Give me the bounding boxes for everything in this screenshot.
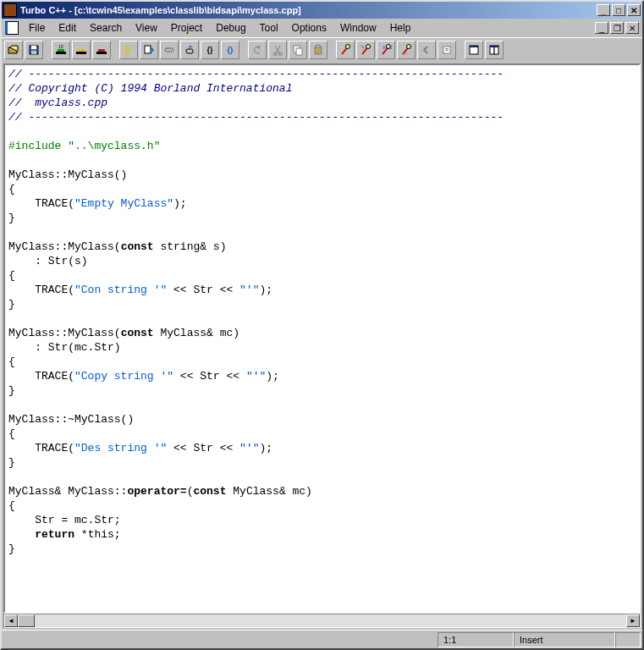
code-line: } (8, 543, 15, 555)
scroll-track[interactable] (35, 614, 626, 627)
code-editor[interactable]: // -------------------------------------… (3, 63, 641, 614)
code-line: MyClass& MyClass::operator=(const MyClas… (8, 485, 312, 498)
undo-icon[interactable] (248, 41, 267, 59)
titlebar[interactable]: Turbo C++ - [c:\tcwin45\examples\classli… (2, 2, 642, 19)
compile-icon[interactable]: 10 (52, 41, 70, 59)
build-icon[interactable] (92, 41, 111, 59)
replace-icon[interactable]: A→B (377, 41, 395, 59)
svg-rect-3 (31, 51, 36, 54)
svg-point-26 (407, 45, 411, 49)
code-line: { (8, 427, 15, 440)
minimize-button[interactable]: _ (597, 4, 610, 16)
menu-tool[interactable]: Tool (253, 20, 285, 36)
save-file-icon[interactable] (25, 41, 43, 59)
menu-search[interactable]: Search (83, 20, 129, 36)
code-line: return *this; (8, 528, 121, 541)
svg-rect-8 (78, 49, 85, 52)
make-icon[interactable] (72, 41, 91, 59)
menu-help[interactable]: Help (383, 20, 418, 36)
maximize-button[interactable]: □ (612, 4, 625, 16)
window-list-icon[interactable] (465, 41, 483, 59)
svg-rect-30 (445, 50, 449, 51)
code-line: TRACE("Con string '" << Str << "'"); (8, 284, 272, 296)
menu-window[interactable]: Window (333, 20, 383, 36)
paste-icon[interactable] (309, 41, 328, 59)
statusbar: 1:1 Insert (2, 630, 642, 648)
menu-file[interactable]: File (22, 20, 52, 36)
mdi-close-button[interactable]: ✕ (625, 22, 639, 34)
code-line: { (8, 355, 15, 368)
status-empty-pane (615, 632, 641, 647)
svg-rect-11 (145, 46, 151, 53)
code-comment: // -------------------------------------… (8, 68, 504, 80)
trace-into-icon[interactable] (160, 41, 179, 59)
scroll-right-icon[interactable]: ► (626, 614, 640, 627)
app-icon (3, 3, 17, 17)
run-icon[interactable] (119, 41, 138, 59)
code-comment: // -------------------------------------… (8, 111, 504, 124)
bookmark-next-icon[interactable] (438, 41, 456, 59)
svg-rect-35 (490, 46, 498, 47)
menu-view[interactable]: View (129, 20, 164, 36)
horizontal-scrollbar[interactable]: ◄ ► (3, 614, 641, 628)
menu-project[interactable]: Project (164, 20, 209, 36)
scroll-thumb[interactable] (18, 614, 35, 627)
code-line: MyClass::MyClass() (8, 168, 127, 181)
code-preproc: #include "..\myclass.h" (8, 140, 160, 152)
svg-text:A→B: A→B (383, 45, 392, 50)
svg-rect-5 (58, 49, 64, 52)
code-line: { (8, 183, 15, 196)
svg-rect-29 (445, 48, 449, 49)
code-line: TRACE("Des string '" << Str << "'"); (8, 442, 272, 454)
code-comment: // myclass.cpp (8, 96, 107, 109)
code-line: MyClass::MyClass(const string& s) (8, 240, 226, 253)
svg-rect-19 (296, 48, 302, 55)
svg-text:10: 10 (58, 44, 63, 49)
copy-icon[interactable] (289, 41, 307, 59)
pause-icon[interactable]: {} (221, 41, 239, 59)
svg-rect-13 (186, 49, 193, 53)
code-line: MyClass::~MyClass() (8, 413, 134, 426)
code-line: { (8, 499, 15, 512)
code-line: TRACE("Empty MyClass"); (8, 197, 187, 210)
svg-rect-9 (96, 52, 107, 54)
menubar: File Edit Search View Project Debug Tool… (2, 19, 642, 37)
code-line: TRACE("Copy string '" << Str << "'"); (8, 370, 279, 383)
cut-icon[interactable] (268, 41, 287, 59)
code-line: : Str(mc.Str) (8, 341, 121, 354)
code-line: { (8, 269, 15, 282)
svg-point-22 (346, 45, 350, 49)
menu-options[interactable]: Options (285, 20, 333, 36)
svg-text:{}: {} (227, 46, 234, 54)
svg-rect-12 (165, 48, 173, 52)
mdi-minimize-button[interactable]: _ (595, 22, 608, 34)
run-to-icon[interactable]: {} (201, 41, 219, 59)
svg-rect-7 (76, 52, 86, 54)
close-button[interactable]: ✕ (627, 4, 641, 16)
menu-debug[interactable]: Debug (209, 20, 252, 36)
svg-point-23 (366, 45, 371, 49)
step-out-icon[interactable] (180, 41, 199, 59)
bookmark-prev-icon[interactable] (417, 41, 436, 59)
svg-text:...: ... (404, 50, 408, 55)
main-window: Turbo C++ - [c:\tcwin45\examples\classli… (0, 0, 644, 650)
status-mode-pane: Insert (514, 632, 615, 647)
mdi-restore-button[interactable]: ❐ (610, 22, 624, 34)
toolbar: 10 {} {} A→B ... (2, 37, 642, 62)
find-in-files-icon[interactable]: ... (397, 41, 416, 59)
tile-icon[interactable] (485, 41, 504, 59)
document-icon[interactable] (5, 21, 19, 35)
menu-edit[interactable]: Edit (52, 20, 83, 36)
svg-rect-32 (470, 46, 478, 47)
search-next-icon[interactable] (356, 41, 375, 59)
code-line: Str = mc.Str; (8, 514, 121, 526)
open-file-icon[interactable] (4, 41, 23, 59)
search-icon[interactable] (336, 41, 355, 59)
code-line: } (8, 456, 15, 469)
scroll-left-icon[interactable]: ◄ (4, 614, 18, 627)
step-over-icon[interactable] (140, 41, 158, 59)
code-line: MyClass::MyClass(const MyClass& mc) (8, 327, 239, 339)
code-line: } (8, 384, 15, 397)
status-cursor-pane: 1:1 (438, 632, 514, 647)
svg-rect-10 (98, 49, 105, 52)
